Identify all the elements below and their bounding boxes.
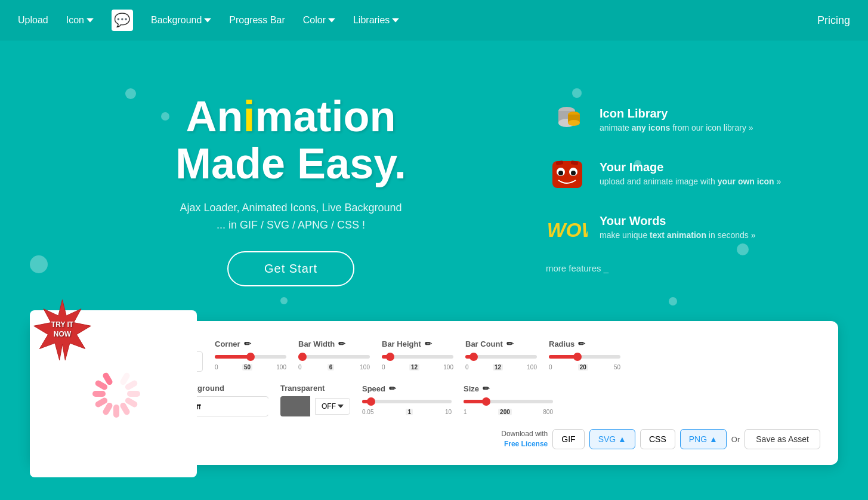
bar-height-labels: 0 12 100 [382, 364, 453, 371]
svg-point-10 [571, 171, 576, 175]
try-badge-text: TRY IT NOW [51, 320, 73, 339]
bar-height-control: Bar Height ✏ 0 12 100 [382, 339, 453, 371]
radius-track[interactable] [549, 352, 620, 362]
bar-width-value: 6 [328, 364, 335, 371]
bar-width-control: Bar Width ✏ 0 6 100 [298, 339, 370, 371]
corner-edit-icon[interactable]: ✏ [244, 339, 251, 348]
bar-count-track-bg [465, 355, 537, 359]
hero-title-line2: Made Easy. [175, 140, 406, 187]
bar-width-track[interactable] [298, 352, 370, 362]
download-gif-button[interactable]: GIF [552, 429, 584, 449]
corner-thumb[interactable] [246, 353, 255, 361]
bar-height-track[interactable] [382, 352, 453, 362]
download-svg-button[interactable]: SVG ▲ [589, 429, 635, 449]
size-edit-icon[interactable]: ✏ [483, 384, 490, 393]
bar-width-track-bg [298, 355, 370, 359]
hero-left: Animation Made Easy. Ajax Loader, Animat… [36, 53, 546, 315]
your-image-icon [546, 153, 588, 195]
bar-count-slider: 0 12 100 [465, 352, 537, 371]
nav-upload[interactable]: Upload [18, 15, 48, 26]
download-png-button[interactable]: PNG ▲ [680, 429, 727, 449]
hero-right: Icon Library animate any icons from our … [546, 53, 832, 315]
size-value: 200 [498, 409, 512, 415]
feature-icon-library-text: Icon Library animate any icons from our … [600, 107, 753, 134]
transparent-swatch [280, 396, 310, 416]
bar-width-label: Bar Width ✏ [298, 339, 370, 348]
bar-width-labels: 0 6 100 [298, 364, 370, 371]
corner-track[interactable] [215, 352, 286, 362]
bar-height-value: 12 [409, 364, 419, 371]
corner-labels: 0 50 100 [215, 364, 286, 371]
radius-track-bg [549, 355, 620, 359]
icon-library-icon [546, 100, 588, 141]
nav-icon[interactable]: Icon [66, 15, 94, 26]
transparent-control: Transparent OFF [280, 384, 350, 416]
size-control: Size ✏ 1 200 800 [464, 384, 553, 415]
svg-text:WOW: WOW [547, 218, 588, 240]
bar-count-value: 12 [493, 364, 503, 371]
speed-track-bg [362, 400, 452, 403]
bar-count-control: Bar Count ✏ 0 12 100 [465, 339, 537, 371]
speed-thumb[interactable] [367, 397, 375, 406]
bar-width-slider: 0 6 100 [298, 352, 370, 371]
feature-icon-library-desc: animate any icons from our icon library … [600, 122, 753, 134]
speed-control: Speed ✏ 0.05 1 10 [362, 384, 452, 415]
transparent-label: Transparent [280, 384, 350, 393]
hero-section: Animation Made Easy. Ajax Loader, Animat… [0, 41, 868, 315]
bar-count-labels: 0 12 100 [465, 364, 537, 371]
download-section: Download with Free License GIF SVG ▲ CSS… [501, 429, 820, 449]
transparent-toggle[interactable]: OFF [315, 398, 350, 415]
bar-width-edit-icon[interactable]: ✏ [338, 339, 345, 348]
radius-label: Radius ✏ [549, 339, 620, 348]
bar-width-thumb[interactable] [298, 353, 307, 361]
size-track-bg [464, 400, 553, 403]
corner-slider: 0 50 100 [215, 352, 286, 371]
transparent-group: OFF [280, 396, 350, 416]
hero-title-highlight: i [243, 92, 255, 140]
radius-labels: 0 20 50 [549, 364, 620, 371]
bar-count-edit-icon[interactable]: ✏ [506, 339, 514, 348]
nav-progress-bar[interactable]: Progress Bar [229, 15, 285, 26]
radius-thumb[interactable] [573, 353, 582, 361]
more-features-link[interactable]: more features _ [546, 263, 608, 273]
speed-track[interactable] [362, 397, 452, 406]
size-thumb[interactable] [482, 397, 490, 406]
bar-height-label: Bar Height ✏ [382, 339, 453, 348]
size-track[interactable] [464, 397, 553, 406]
try-badge: TRY IT NOW [31, 298, 94, 361]
speed-edit-icon[interactable]: ✏ [389, 384, 396, 393]
feature-your-words-desc: make unique text animation in seconds » [600, 230, 755, 242]
corner-fill [215, 355, 251, 359]
bar-count-track[interactable] [465, 352, 537, 362]
free-license-text: Free License [501, 439, 548, 449]
corner-value: 50 [242, 364, 252, 371]
feature-your-words[interactable]: WOW Your Words make unique text animatio… [546, 207, 832, 249]
bar-height-thumb[interactable] [386, 353, 394, 361]
speed-labels: 0.05 1 10 [362, 409, 452, 415]
feature-your-image-desc: upload and animate image with your own i… [600, 176, 781, 188]
feature-your-words-title: Your Words [600, 214, 755, 228]
feature-your-image-text: Your Image upload and animate image with… [600, 161, 781, 188]
size-labels: 1 200 800 [464, 409, 553, 415]
bar-height-track-bg [382, 355, 453, 359]
corner-label: Corner ✏ [215, 339, 286, 348]
your-words-icon: WOW [546, 207, 588, 249]
hero-subtitle: Ajax Loader, Animated Icons, Live Backgr… [180, 199, 401, 234]
nav-color[interactable]: Color [303, 15, 335, 26]
feature-icon-library[interactable]: Icon Library animate any icons from our … [546, 100, 832, 141]
bar-height-edit-icon[interactable]: ✏ [425, 339, 432, 348]
download-css-button[interactable]: CSS [640, 429, 675, 449]
speed-slider: 0.05 1 10 [362, 397, 452, 415]
nav-pricing[interactable]: Pricing [817, 14, 850, 27]
save-as-asset-button[interactable]: Save as Asset [745, 429, 820, 449]
feature-your-image[interactable]: Your Image upload and animate image with… [546, 153, 832, 195]
speed-label: Speed ✏ [362, 384, 452, 393]
nav-libraries[interactable]: Libraries [353, 15, 399, 26]
get-start-button[interactable]: Get Start [227, 251, 354, 286]
radius-slider: 0 20 50 [549, 352, 620, 371]
radius-edit-icon[interactable]: ✏ [578, 339, 585, 348]
corner-control: Corner ✏ 0 50 100 [215, 339, 286, 371]
nav-background[interactable]: Background [151, 15, 211, 26]
navbar: Upload Icon 💬 Background Progress Bar Co… [0, 0, 868, 41]
bar-count-thumb[interactable] [469, 353, 478, 361]
